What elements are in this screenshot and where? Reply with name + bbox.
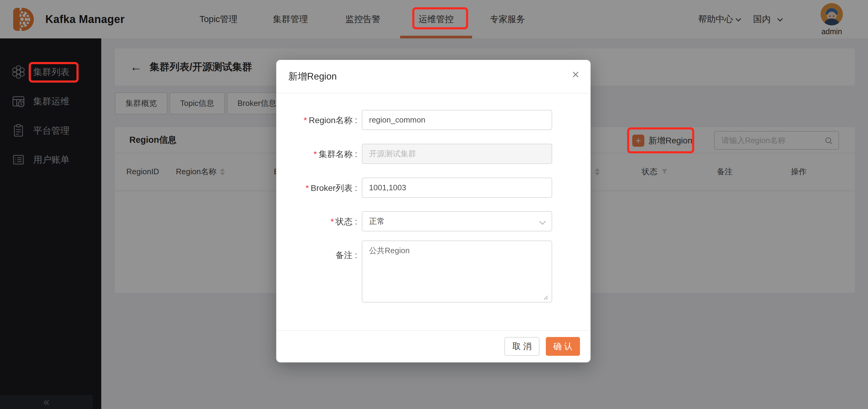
close-icon[interactable]: ✕ xyxy=(571,69,580,81)
required-asterisk: * xyxy=(331,217,334,226)
status-select[interactable]: 正常 xyxy=(362,211,552,231)
modal-title: 新增Region xyxy=(288,70,337,83)
add-region-modal: 新增Region ✕ *Region名称 *集群名称 *Broker列表 *状态 xyxy=(276,60,591,362)
chevron-down-icon xyxy=(539,218,546,225)
cancel-button[interactable]: 取 消 xyxy=(504,337,539,356)
cluster-name-input-disabled xyxy=(362,144,552,164)
remark-textarea[interactable]: 公共Region xyxy=(362,240,552,302)
required-asterisk: * xyxy=(314,149,317,159)
required-asterisk: * xyxy=(304,116,307,125)
divider xyxy=(276,93,591,93)
divider xyxy=(276,330,591,331)
required-asterisk: * xyxy=(306,183,309,193)
confirm-button[interactable]: 确 认 xyxy=(546,337,580,356)
broker-list-input[interactable] xyxy=(362,178,552,198)
region-name-input[interactable] xyxy=(362,110,552,130)
